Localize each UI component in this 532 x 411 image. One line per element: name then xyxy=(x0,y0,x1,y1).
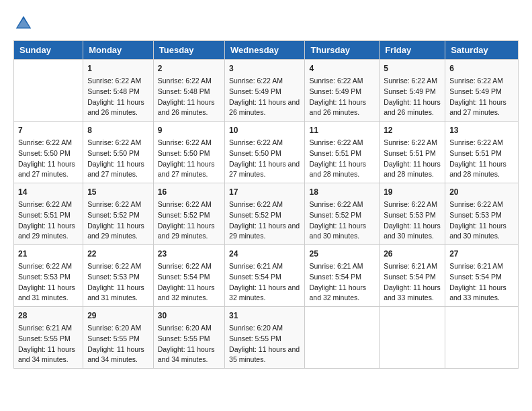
day-number: 17 xyxy=(229,186,300,198)
daylight: Daylight: 11 hours and 31 minutes. xyxy=(18,283,75,302)
daylight: Daylight: 11 hours and 26 minutes. xyxy=(87,98,144,117)
daylight: Daylight: 11 hours and 32 minutes. xyxy=(158,283,215,302)
sunset: Sunset: 5:52 PM xyxy=(158,211,210,219)
day-number: 24 xyxy=(229,248,300,260)
day-number: 8 xyxy=(87,124,149,136)
calendar-cell: 20Sunrise: 6:22 AMSunset: 5:53 PMDayligh… xyxy=(445,183,519,245)
sunrise: Sunrise: 6:22 AM xyxy=(309,138,363,146)
calendar-table: SundayMondayTuesdayWednesdayThursdayFrid… xyxy=(13,40,519,369)
calendar-cell: 25Sunrise: 6:21 AMSunset: 5:54 PMDayligh… xyxy=(305,245,380,307)
column-header-monday: Monday xyxy=(83,41,154,60)
sunrise: Sunrise: 6:22 AM xyxy=(18,262,72,270)
daylight: Daylight: 11 hours and 30 minutes. xyxy=(384,222,441,240)
calendar-cell: 4Sunrise: 6:22 AMSunset: 5:49 PMDaylight… xyxy=(305,60,380,122)
column-header-friday: Friday xyxy=(380,41,445,60)
calendar-cell: 23Sunrise: 6:22 AMSunset: 5:54 PMDayligh… xyxy=(153,245,224,307)
header-row: SundayMondayTuesdayWednesdayThursdayFrid… xyxy=(14,41,519,60)
sunset: Sunset: 5:53 PM xyxy=(87,273,140,281)
daylight: Daylight: 11 hours and 27 minutes. xyxy=(158,160,215,179)
calendar-cell: 8Sunrise: 6:22 AMSunset: 5:50 PMDaylight… xyxy=(83,122,154,183)
sunrise: Sunrise: 6:21 AM xyxy=(309,262,363,270)
daylight: Daylight: 11 hours and 27 minutes. xyxy=(18,160,75,179)
calendar-cell: 7Sunrise: 6:22 AMSunset: 5:50 PMDaylight… xyxy=(14,122,83,183)
calendar-cell: 12Sunrise: 6:22 AMSunset: 5:51 PMDayligh… xyxy=(380,122,445,183)
sunset: Sunset: 5:51 PM xyxy=(449,149,502,157)
daylight: Daylight: 11 hours and 32 minutes. xyxy=(309,283,366,302)
column-header-tuesday: Tuesday xyxy=(153,41,224,60)
sunset: Sunset: 5:54 PM xyxy=(309,273,361,281)
sunrise: Sunrise: 6:22 AM xyxy=(309,77,363,85)
day-number: 12 xyxy=(384,124,441,136)
day-number: 5 xyxy=(384,62,441,75)
daylight: Daylight: 11 hours and 30 minutes. xyxy=(309,222,366,240)
sunset: Sunset: 5:55 PM xyxy=(18,334,71,342)
calendar-cell: 16Sunrise: 6:22 AMSunset: 5:52 PMDayligh… xyxy=(153,183,224,245)
sunset: Sunset: 5:51 PM xyxy=(309,149,361,157)
calendar-cell: 24Sunrise: 6:21 AMSunset: 5:54 PMDayligh… xyxy=(225,245,305,307)
daylight: Daylight: 11 hours and 34 minutes. xyxy=(158,345,215,364)
calendar-cell: 1Sunrise: 6:22 AMSunset: 5:48 PMDaylight… xyxy=(83,60,154,122)
sunrise: Sunrise: 6:22 AM xyxy=(87,262,141,270)
calendar-cell xyxy=(14,60,83,122)
calendar-cell: 6Sunrise: 6:22 AMSunset: 5:49 PMDaylight… xyxy=(445,60,519,122)
sunrise: Sunrise: 6:22 AM xyxy=(158,200,212,208)
header xyxy=(13,13,519,34)
sunrise: Sunrise: 6:20 AM xyxy=(158,324,212,332)
sunset: Sunset: 5:53 PM xyxy=(449,211,502,219)
day-number: 16 xyxy=(158,186,220,198)
sunrise: Sunrise: 6:20 AM xyxy=(87,324,141,332)
day-number: 15 xyxy=(87,186,149,198)
daylight: Daylight: 11 hours and 31 minutes. xyxy=(87,283,144,302)
sunset: Sunset: 5:54 PM xyxy=(384,273,436,281)
day-number: 14 xyxy=(18,186,79,198)
sunrise: Sunrise: 6:22 AM xyxy=(449,200,503,208)
calendar-cell: 18Sunrise: 6:22 AMSunset: 5:52 PMDayligh… xyxy=(305,183,380,245)
daylight: Daylight: 11 hours and 30 minutes. xyxy=(449,222,506,240)
calendar-cell: 14Sunrise: 6:22 AMSunset: 5:51 PMDayligh… xyxy=(14,183,83,245)
calendar-cell: 31Sunrise: 6:20 AMSunset: 5:55 PMDayligh… xyxy=(225,307,305,369)
day-number: 10 xyxy=(229,124,300,136)
sunrise: Sunrise: 6:22 AM xyxy=(18,200,72,208)
sunset: Sunset: 5:55 PM xyxy=(158,334,210,342)
daylight: Daylight: 11 hours and 29 minutes. xyxy=(229,222,300,240)
logo-icon xyxy=(13,13,34,34)
sunrise: Sunrise: 6:22 AM xyxy=(449,138,503,146)
day-number: 18 xyxy=(309,186,375,198)
sunrise: Sunrise: 6:21 AM xyxy=(18,324,72,332)
sunrise: Sunrise: 6:21 AM xyxy=(229,262,283,270)
daylight: Daylight: 11 hours and 35 minutes. xyxy=(229,345,300,364)
daylight: Daylight: 11 hours and 26 minutes. xyxy=(384,98,441,117)
sunset: Sunset: 5:52 PM xyxy=(309,211,361,219)
day-number: 20 xyxy=(449,186,514,198)
sunset: Sunset: 5:53 PM xyxy=(18,273,71,281)
sunset: Sunset: 5:49 PM xyxy=(229,87,281,95)
sunset: Sunset: 5:49 PM xyxy=(309,87,361,95)
daylight: Daylight: 11 hours and 27 minutes. xyxy=(87,160,144,179)
calendar-cell: 19Sunrise: 6:22 AMSunset: 5:53 PMDayligh… xyxy=(380,183,445,245)
daylight: Daylight: 11 hours and 26 minutes. xyxy=(309,98,366,117)
daylight: Daylight: 11 hours and 26 minutes. xyxy=(158,98,215,117)
day-number: 6 xyxy=(449,62,514,75)
calendar-cell: 15Sunrise: 6:22 AMSunset: 5:52 PMDayligh… xyxy=(83,183,154,245)
calendar-cell: 28Sunrise: 6:21 AMSunset: 5:55 PMDayligh… xyxy=(14,307,83,369)
calendar-cell: 29Sunrise: 6:20 AMSunset: 5:55 PMDayligh… xyxy=(83,307,154,369)
daylight: Daylight: 11 hours and 28 minutes. xyxy=(309,160,366,179)
day-number: 22 xyxy=(87,248,149,260)
sunrise: Sunrise: 6:22 AM xyxy=(384,77,437,85)
daylight: Daylight: 11 hours and 33 minutes. xyxy=(449,283,506,302)
day-number: 23 xyxy=(158,248,220,260)
column-header-wednesday: Wednesday xyxy=(225,41,305,60)
sunset: Sunset: 5:54 PM xyxy=(158,273,210,281)
calendar-cell: 5Sunrise: 6:22 AMSunset: 5:49 PMDaylight… xyxy=(380,60,445,122)
sunset: Sunset: 5:50 PM xyxy=(158,149,210,157)
sunrise: Sunrise: 6:20 AM xyxy=(229,324,283,332)
daylight: Daylight: 11 hours and 29 minutes. xyxy=(158,222,215,240)
sunset: Sunset: 5:50 PM xyxy=(229,149,281,157)
day-number: 11 xyxy=(309,124,375,136)
calendar-cell: 21Sunrise: 6:22 AMSunset: 5:53 PMDayligh… xyxy=(14,245,83,307)
sunset: Sunset: 5:50 PM xyxy=(87,149,140,157)
sunrise: Sunrise: 6:22 AM xyxy=(384,138,437,146)
day-number: 3 xyxy=(229,62,300,75)
sunrise: Sunrise: 6:22 AM xyxy=(18,138,72,146)
daylight: Daylight: 11 hours and 34 minutes. xyxy=(87,345,144,364)
